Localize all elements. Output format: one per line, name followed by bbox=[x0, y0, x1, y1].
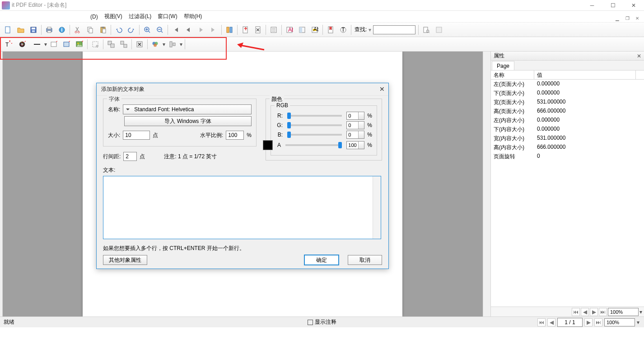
search-clear-icon[interactable] bbox=[433, 24, 445, 36]
open-icon[interactable] bbox=[15, 24, 27, 36]
line-dropdown-icon[interactable]: ▾ bbox=[43, 41, 48, 47]
props-first-icon[interactable]: ⏮ bbox=[572, 308, 580, 316]
menu-filter[interactable]: 过滤器(L) bbox=[129, 13, 152, 20]
a-spinner[interactable]: 100 bbox=[346, 141, 364, 149]
last-page-icon[interactable] bbox=[208, 24, 219, 36]
undo-icon[interactable] bbox=[113, 24, 125, 36]
print-icon[interactable] bbox=[43, 24, 55, 36]
line-icon[interactable] bbox=[31, 38, 43, 50]
property-row[interactable]: 高(页面大小)666.000000 bbox=[491, 107, 644, 116]
g-spinner[interactable]: 0 bbox=[346, 121, 364, 129]
prev-page-icon[interactable] bbox=[182, 24, 194, 36]
ok-button[interactable]: 确定 bbox=[304, 255, 339, 265]
props-last-icon[interactable]: ⏭ bbox=[599, 308, 607, 316]
layers-dropdown-icon[interactable]: ▾ bbox=[162, 41, 166, 47]
property-row[interactable]: 页面旋转0 bbox=[491, 152, 644, 161]
tab-page[interactable]: Page bbox=[492, 61, 514, 70]
cut-icon[interactable] bbox=[72, 24, 84, 36]
layout-split-icon[interactable] bbox=[224, 24, 235, 36]
save-icon[interactable] bbox=[28, 24, 39, 36]
zoom-dropdown-icon[interactable]: ▾ bbox=[637, 319, 639, 326]
page-number-input[interactable] bbox=[557, 318, 583, 327]
form-icon[interactable] bbox=[268, 24, 280, 36]
properties-close-icon[interactable]: ✕ bbox=[637, 53, 641, 59]
redo-icon[interactable] bbox=[126, 24, 137, 36]
g-slider[interactable] bbox=[287, 124, 342, 126]
zoom-out-icon[interactable] bbox=[154, 24, 166, 36]
search-result-icon[interactable] bbox=[420, 24, 432, 36]
property-row[interactable]: 高(内容大小)666.000000 bbox=[491, 143, 644, 152]
align-icon[interactable] bbox=[167, 38, 178, 50]
r-slider[interactable] bbox=[287, 115, 342, 117]
layers-icon[interactable] bbox=[149, 38, 161, 50]
ungroup-icon[interactable] bbox=[118, 38, 130, 50]
import-font-button[interactable]: 导入 Windows 字体 bbox=[124, 116, 252, 126]
align-dropdown-icon[interactable]: ▾ bbox=[179, 41, 183, 47]
copy-icon[interactable] bbox=[84, 24, 96, 36]
props-zoom-select[interactable] bbox=[608, 308, 639, 316]
shape-rect-icon[interactable] bbox=[61, 38, 73, 50]
property-row[interactable]: 下(内容大小)0.000000 bbox=[491, 125, 644, 134]
menu-view[interactable]: 视图(V) bbox=[104, 13, 122, 20]
select-dashed-icon[interactable] bbox=[89, 38, 101, 50]
show-annotations-checkbox[interactable] bbox=[308, 320, 313, 325]
new-icon[interactable] bbox=[2, 24, 14, 36]
close-button[interactable]: ✕ bbox=[623, 0, 644, 11]
text-box-icon[interactable] bbox=[296, 24, 308, 36]
size-input[interactable] bbox=[123, 131, 150, 140]
page-first-icon[interactable]: ⏮ bbox=[537, 318, 546, 326]
page-prev-icon[interactable]: ◀ bbox=[547, 318, 555, 326]
text-textarea[interactable] bbox=[103, 176, 381, 239]
menu-help[interactable]: 帮助(H) bbox=[184, 13, 202, 20]
hscale-input[interactable] bbox=[226, 131, 244, 140]
font-combobox[interactable]: Standard Font: Helvetica bbox=[123, 104, 252, 114]
property-row[interactable]: 下(页面大小)0.000000 bbox=[491, 89, 644, 98]
search-dropdown-icon[interactable]: ▾ bbox=[369, 27, 371, 33]
text-circle-icon[interactable]: T bbox=[337, 24, 349, 36]
r-spinner[interactable]: 0 bbox=[346, 112, 364, 120]
other-attributes-button[interactable]: 其他对象属性 bbox=[103, 255, 147, 265]
image-icon[interactable] bbox=[74, 38, 85, 50]
next-page-icon[interactable] bbox=[195, 24, 207, 36]
dialog-close-icon[interactable]: ✕ bbox=[379, 85, 385, 93]
color-swatch[interactable] bbox=[263, 140, 273, 150]
add-text-icon[interactable]: T bbox=[2, 38, 14, 50]
b-slider[interactable] bbox=[287, 134, 342, 136]
mdi-close-icon[interactable]: ✕ bbox=[632, 14, 642, 22]
props-prev-icon[interactable]: ◀ bbox=[581, 308, 589, 316]
menu-window[interactable]: 窗口(W) bbox=[158, 13, 177, 20]
search-input[interactable] bbox=[373, 25, 415, 34]
props-zoom-dropdown-icon[interactable]: ▾ bbox=[639, 309, 642, 315]
col-name[interactable]: 名称 bbox=[491, 71, 534, 79]
shape-curve-icon[interactable] bbox=[48, 38, 60, 50]
cancel-button[interactable]: 取消 bbox=[348, 255, 382, 265]
linespace-input[interactable] bbox=[123, 152, 137, 161]
clip-delete-icon[interactable] bbox=[134, 38, 145, 50]
mdi-minimize-icon[interactable]: ▁ bbox=[612, 14, 622, 22]
a-slider[interactable] bbox=[285, 144, 342, 146]
info-icon[interactable]: i bbox=[56, 24, 68, 36]
delete-page-icon[interactable] bbox=[252, 24, 264, 36]
property-row[interactable]: 宽(页面大小)531.000000 bbox=[491, 98, 644, 107]
b-spinner[interactable]: 0 bbox=[346, 131, 364, 139]
zoom-in-icon[interactable] bbox=[141, 24, 153, 36]
text-tool-icon[interactable]: Ab bbox=[284, 24, 295, 36]
highlight-icon[interactable]: Ab bbox=[309, 24, 321, 36]
group-icon[interactable] bbox=[105, 38, 117, 50]
paste-icon[interactable] bbox=[97, 24, 109, 36]
import-page-icon[interactable] bbox=[239, 24, 251, 36]
color-wheel-icon[interactable] bbox=[17, 38, 28, 50]
menu-d[interactable]: (D) bbox=[90, 14, 98, 20]
minimize-button[interactable]: ─ bbox=[582, 0, 602, 11]
props-next-icon[interactable]: ▶ bbox=[590, 308, 598, 316]
zoom-select[interactable] bbox=[604, 318, 635, 326]
col-value[interactable]: 值 bbox=[534, 71, 636, 79]
property-row[interactable]: 左(内容大小)0.000000 bbox=[491, 116, 644, 125]
page-last-icon[interactable]: ⏭ bbox=[594, 318, 602, 326]
mdi-restore-icon[interactable]: ❐ bbox=[622, 14, 632, 22]
first-page-icon[interactable] bbox=[170, 24, 182, 36]
property-row[interactable]: 左(页面大小)0.000000 bbox=[491, 80, 644, 89]
vertical-scrollbar[interactable] bbox=[483, 52, 490, 316]
page-next-icon[interactable]: ▶ bbox=[584, 318, 593, 326]
maximize-button[interactable]: ☐ bbox=[602, 0, 623, 11]
